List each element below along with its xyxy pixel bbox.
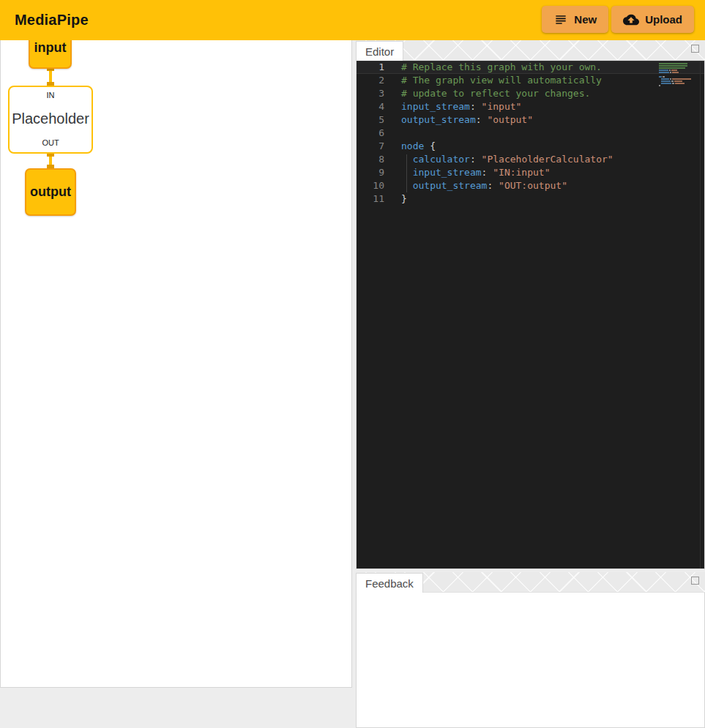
minimap-line — [659, 67, 693, 69]
code-line[interactable]: 3# update to reflect your changes. — [357, 87, 704, 100]
new-button-label: New — [574, 13, 597, 26]
code-area: 1# Replace this graph with your own.2# T… — [357, 61, 704, 206]
line-number: 3 — [357, 87, 392, 100]
placeholder-in-port: IN — [47, 91, 55, 100]
code-editor[interactable]: 1# Replace this graph with your own.2# T… — [356, 61, 705, 569]
line-number: 9 — [357, 166, 392, 179]
minimap-line — [659, 74, 693, 75]
editor-tabbar: Editor — [356, 40, 705, 61]
line-number: 5 — [357, 113, 392, 127]
line-number: 4 — [357, 100, 392, 113]
indent-guide — [406, 154, 407, 192]
graph-node-placeholder[interactable]: IN Placeholder OUT — [8, 86, 93, 154]
tab-editor[interactable]: Editor — [356, 41, 403, 61]
minimap-line — [659, 72, 693, 73]
header-buttons: New Upload — [542, 6, 694, 33]
feedback-maximize-icon[interactable] — [691, 577, 699, 585]
code-line[interactable]: 7node { — [357, 140, 704, 153]
placeholder-out-port: OUT — [42, 138, 59, 147]
upload-button[interactable]: Upload — [611, 6, 694, 33]
editor-panel: Editor 1# Replace this graph with your o… — [356, 40, 705, 569]
tab-feedback-label: Feedback — [365, 577, 414, 590]
line-number: 1 — [357, 61, 392, 74]
minimap-line — [659, 83, 693, 84]
code-line[interactable]: 8 calculator: "PlaceholderCalculator" — [357, 153, 704, 166]
minimap-line — [659, 78, 693, 80]
feedback-panel: Feedback — [356, 572, 705, 728]
graph-panel: Graph input IN Placeholder OUT output — [0, 0, 352, 688]
line-number: 10 — [357, 179, 392, 192]
line-number: 8 — [357, 153, 392, 166]
minimap-line — [659, 76, 693, 78]
line-number: 2 — [357, 74, 392, 87]
minimap-line — [659, 70, 693, 71]
upload-button-label: Upload — [645, 13, 682, 26]
minimap-line — [659, 65, 693, 67]
code-line[interactable]: 6 — [357, 127, 704, 140]
feedback-tabbar: Feedback — [356, 572, 705, 593]
code-line[interactable]: 2# The graph view will automatically — [357, 74, 704, 87]
new-button[interactable]: New — [542, 6, 608, 33]
tab-editor-label: Editor — [365, 45, 394, 58]
editor-maximize-icon[interactable] — [691, 45, 699, 53]
code-line[interactable]: 9 input_stream: "IN:input" — [357, 166, 704, 179]
editor-scrollbar-track — [700, 61, 701, 568]
node-input-label: input — [34, 40, 67, 56]
code-line[interactable]: 1# Replace this graph with your own. — [357, 61, 704, 74]
line-number: 6 — [357, 127, 392, 140]
new-list-icon — [553, 12, 568, 27]
minimap-line — [659, 80, 693, 82]
minimap[interactable] — [659, 63, 693, 87]
feedback-content — [356, 593, 705, 728]
line-number: 7 — [357, 140, 392, 153]
code-line[interactable]: 5output_stream: "output" — [357, 113, 704, 127]
node-output-label: output — [30, 184, 71, 200]
tab-feedback[interactable]: Feedback — [356, 573, 423, 593]
graph-node-output[interactable]: output — [25, 168, 76, 216]
app-title: MediaPipe — [15, 12, 89, 29]
code-line[interactable]: 4input_stream: "input" — [357, 100, 704, 113]
placeholder-label: Placeholder — [12, 110, 89, 127]
graph-canvas[interactable]: input IN Placeholder OUT output — [0, 20, 352, 688]
line-number: 11 — [357, 192, 392, 206]
minimap-line — [659, 85, 693, 86]
code-line[interactable]: 11} — [357, 192, 704, 206]
cloud-upload-icon — [623, 12, 639, 28]
minimap-line — [659, 63, 693, 64]
app-header: MediaPipe New Upload — [0, 0, 705, 40]
code-line[interactable]: 10 output_stream: "OUT:output" — [357, 179, 704, 192]
